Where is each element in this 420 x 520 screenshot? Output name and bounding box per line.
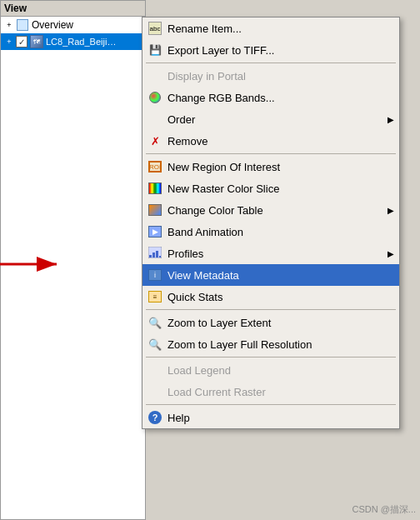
menu-item-view-metadata[interactable]: iView Metadata: [142, 264, 399, 286]
menu-item-rename[interactable]: abcRename Item...: [142, 18, 399, 39]
menu-item-new-color-slice[interactable]: New Raster Color Slice: [142, 178, 399, 199]
menu-item-load-raster: Load Current Raster: [142, 381, 399, 402]
menu-label-order: Order: [168, 113, 388, 126]
menu-separator-18: [146, 357, 396, 358]
menu-label-zoom-extent: Zoom to Layer Extent: [168, 317, 394, 329]
tree-item-overview[interactable]: + Overview: [1, 17, 145, 33]
menu-item-quick-stats[interactable]: ≡Quick Stats: [142, 286, 399, 308]
menu-label-profiles: Profiles: [168, 248, 388, 260]
menu-arrow-change-color-table: ▶: [388, 206, 394, 215]
menu-label-remove: Remove: [168, 135, 394, 148]
svg-rect-4: [159, 256, 161, 258]
menu-icon-order: [146, 111, 164, 128]
menu-label-new-color-slice: New Raster Color Slice: [168, 182, 394, 195]
menu-icon-display-portal: [146, 68, 164, 84]
menu-label-load-legend: Load Legend: [168, 364, 394, 377]
menu-item-order[interactable]: Order▶: [142, 108, 399, 130]
menu-arrow-profiles: ▶: [388, 249, 394, 258]
menu-label-view-metadata: View Metadata: [168, 269, 394, 282]
svg-rect-2: [152, 252, 155, 258]
menu-icon-rename: abc: [146, 20, 164, 37]
menu-icon-load-raster: [146, 383, 164, 400]
tree-header: View: [1, 1, 145, 17]
menu-item-change-color-table[interactable]: Change Color Table▶: [142, 199, 399, 221]
menu-icon-zoom-extent: 🔍: [146, 314, 164, 331]
overview-tree-icon: [16, 18, 29, 32]
tree-item-layer[interactable]: + 🗺 LC8_Rad_Beijing_Flaash.da: [1, 33, 145, 50]
svg-rect-3: [156, 251, 158, 258]
menu-separator-7: [146, 153, 396, 154]
menu-item-help[interactable]: ?Help: [142, 407, 399, 428]
menu-item-load-legend: Load Legend: [142, 359, 399, 381]
menu-item-profiles[interactable]: Profiles▶: [142, 242, 399, 264]
menu-icon-new-roi: ROI: [146, 158, 164, 175]
menu-item-export[interactable]: 💾Export Layer to TIFF...: [142, 39, 399, 61]
menu-item-remove[interactable]: ✗Remove: [142, 130, 399, 152]
menu-separator-15: [146, 309, 396, 310]
menu-label-change-rgb: Change RGB Bands...: [168, 92, 394, 104]
svg-rect-1: [149, 255, 152, 258]
layer-checkbox[interactable]: [16, 36, 28, 48]
menu-icon-change-color-table: [146, 202, 164, 218]
menu-icon-profiles: [146, 245, 164, 262]
menu-label-zoom-resolution: Zoom to Layer Full Resolution: [168, 338, 394, 351]
menu-label-rename: Rename Item...: [168, 22, 394, 35]
menu-item-zoom-resolution[interactable]: 🔍Zoom to Layer Full Resolution: [142, 333, 399, 355]
overview-label: Overview: [32, 19, 73, 31]
menu-label-new-roi: New Region Of Interest: [168, 161, 394, 173]
menu-separator-21: [146, 404, 396, 405]
layer-tree-icon: 🗺: [30, 35, 43, 48]
context-menu: abcRename Item...💾Export Layer to TIFF..…: [142, 17, 400, 429]
menu-icon-band-animation: ▶: [146, 223, 164, 240]
menu-label-display-portal: Display in Portal: [168, 70, 394, 82]
menu-label-export: Export Layer to TIFF...: [168, 44, 394, 57]
menu-icon-zoom-resolution: 🔍: [146, 336, 164, 352]
menu-label-change-color-table: Change Color Table: [168, 204, 388, 217]
menu-icon-export: 💾: [146, 42, 164, 58]
menu-item-change-rgb[interactable]: Change RGB Bands...: [142, 87, 399, 108]
menu-icon-help: ?: [146, 409, 164, 426]
menu-item-new-roi[interactable]: ROINew Region Of Interest: [142, 156, 399, 178]
menu-arrow-order: ▶: [388, 115, 394, 124]
menu-icon-quick-stats: ≡: [146, 288, 164, 305]
menu-label-quick-stats: Quick Stats: [168, 291, 394, 303]
menu-icon-change-rgb: [146, 89, 164, 106]
menu-item-display-portal: Display in Portal: [142, 65, 399, 87]
menu-label-load-raster: Load Current Raster: [168, 386, 394, 398]
layer-expand-icon[interactable]: +: [4, 37, 14, 47]
menu-separator-2: [146, 62, 396, 63]
menu-icon-load-legend: [146, 362, 164, 378]
layer-label: LC8_Rad_Beijing_Flaash.da: [46, 37, 121, 47]
expand-icon[interactable]: +: [4, 20, 14, 30]
menu-icon-new-color-slice: [146, 180, 164, 197]
menu-label-band-animation: Band Animation: [168, 226, 394, 238]
menu-item-zoom-extent[interactable]: 🔍Zoom to Layer Extent: [142, 312, 399, 333]
menu-icon-view-metadata: i: [146, 267, 164, 283]
menu-label-help: Help: [168, 412, 394, 424]
menu-item-band-animation[interactable]: ▶Band Animation: [142, 221, 399, 242]
watermark: CSDN @描深...: [352, 503, 416, 516]
menu-icon-remove: ✗: [146, 132, 164, 149]
